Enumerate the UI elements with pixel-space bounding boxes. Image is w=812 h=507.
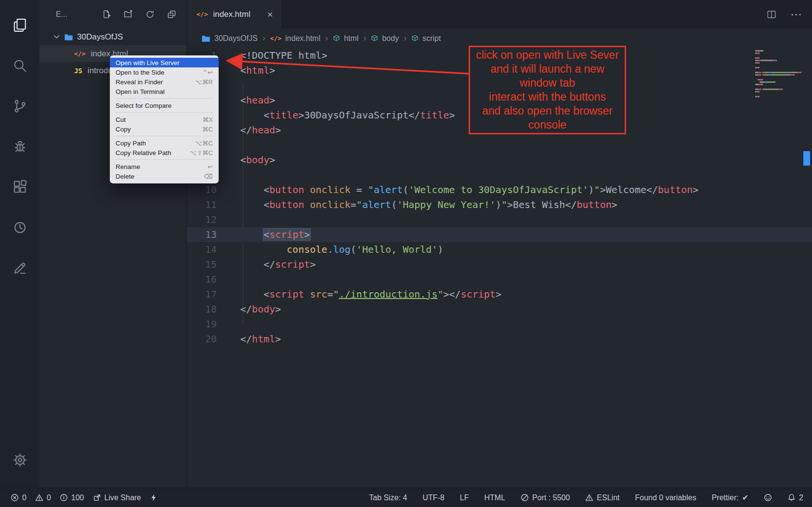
breadcrumb-separator: › <box>363 33 366 43</box>
split-editor-icon[interactable] <box>766 9 777 20</box>
settings-gear-icon <box>12 452 28 468</box>
html-file-icon: </> <box>74 50 85 57</box>
code-line[interactable]: 8<body> <box>187 153 812 168</box>
search-icon <box>12 58 28 74</box>
chevron-down-icon <box>53 33 60 40</box>
debug-icon <box>12 139 28 155</box>
smiley-icon <box>764 494 772 502</box>
menu-item-copy-relative-path[interactable]: Copy Relative Path⌥⇧⌘C <box>110 148 219 157</box>
status-variables[interactable]: Found 0 variables <box>635 494 696 502</box>
breadcrumb-item-file[interactable]: </> index.html <box>270 34 320 43</box>
breadcrumb-item-script[interactable]: script <box>411 34 441 43</box>
breadcrumb-item-html[interactable]: html <box>333 34 358 43</box>
folder-icon <box>201 34 210 42</box>
status-encoding[interactable]: UTF-8 <box>423 494 445 502</box>
breadcrumb: 30DaysOfJS › </> index.html › html › bod… <box>187 28 812 48</box>
breadcrumb-separator: › <box>404 33 406 43</box>
code-line[interactable]: 7 <box>187 138 812 153</box>
status-tab-size[interactable]: Tab Size: 4 <box>369 494 407 502</box>
pencil-edit-icon <box>12 260 28 276</box>
status-live-share[interactable]: Live Share <box>93 494 142 502</box>
menu-item-delete[interactable]: Delete⌫ <box>110 171 219 181</box>
status-prettier[interactable]: Prettier: ✔ <box>712 493 748 502</box>
code-line[interactable]: 10 <button onclick = "alert('Welcome to … <box>187 182 812 197</box>
status-eol[interactable]: LF <box>460 494 469 502</box>
status-notifications[interactable]: 2 <box>787 494 803 502</box>
activity-feedback[interactable] <box>0 247 39 288</box>
activity-search[interactable] <box>0 45 39 86</box>
code-line[interactable]: 19 <box>187 317 812 332</box>
code-line[interactable]: 15 </script> <box>187 257 812 272</box>
menu-item-open-in-terminal[interactable]: Open in Terminal <box>110 87 219 96</box>
tree-item-project[interactable]: 30DaysOfJS <box>39 28 186 45</box>
history-clock-icon <box>12 220 28 235</box>
activity-source-control[interactable] <box>0 86 39 126</box>
code-line[interactable]: 20</html> <box>187 332 812 347</box>
code-line[interactable]: 17 <script src="./introduction.js"></scr… <box>187 287 812 302</box>
status-lightning[interactable] <box>150 494 158 502</box>
menu-item-copy-path[interactable]: Copy Path⌥⌘C <box>110 138 219 148</box>
bell-icon <box>787 494 796 502</box>
menu-item-open-to-the-side[interactable]: Open to the Side⌃↩ <box>110 67 219 77</box>
menu-item-reveal-in-finder[interactable]: Reveal in Finder⌥⌘R <box>110 77 219 87</box>
menu-item-rename[interactable]: Rename↩ <box>110 162 219 171</box>
check-icon: ✔ <box>742 493 748 502</box>
activity-extensions[interactable] <box>0 167 39 207</box>
refresh-icon[interactable] <box>145 9 155 19</box>
collapse-all-icon[interactable] <box>167 9 177 19</box>
status-errors[interactable]: 0 <box>11 494 26 502</box>
activity-settings[interactable] <box>0 440 39 480</box>
menu-separator <box>115 136 213 136</box>
close-icon[interactable]: × <box>267 10 273 19</box>
code-line[interactable]: 13 <script> <box>187 227 812 242</box>
activity-run-debug[interactable] <box>0 126 39 167</box>
menu-item-select-for-compare[interactable]: Select for Compare <box>110 101 219 110</box>
breadcrumb-item-project[interactable]: 30DaysOfJS <box>201 34 258 43</box>
warning-triangle-icon <box>35 494 43 502</box>
status-warnings[interactable]: 0 <box>35 494 51 502</box>
annotation-text: click on open with Live Severand it will… <box>470 48 625 132</box>
menu-separator <box>115 98 213 99</box>
error-circle-icon <box>11 494 19 502</box>
js-file-icon: JS <box>74 67 82 75</box>
symbol-cube-icon <box>333 35 340 42</box>
breadcrumb-separator: › <box>262 33 265 43</box>
explorer-header: E... <box>39 0 186 28</box>
menu-item-cut[interactable]: Cut⌘X <box>110 115 219 124</box>
new-folder-icon[interactable] <box>123 9 133 19</box>
breadcrumb-separator: › <box>325 33 328 43</box>
status-bar: 0 0 100 Live Share Tab Size: 4 UTF-8 LF … <box>0 488 812 507</box>
code-line[interactable]: 18</body> <box>187 302 812 317</box>
annotation-box: click on open with Live Severand it will… <box>469 46 626 134</box>
lightning-icon <box>150 494 158 502</box>
code-line[interactable]: 14 console.log('Hello, World') <box>187 242 812 257</box>
activity-bar <box>0 0 39 488</box>
extensions-icon <box>12 179 28 195</box>
code-line[interactable]: 11 <button onclick="alert('Happy New Yea… <box>187 197 812 212</box>
activity-explorer[interactable] <box>0 5 39 45</box>
html-file-icon: </> <box>270 35 281 42</box>
status-language[interactable]: HTML <box>485 494 506 502</box>
tab-index-html[interactable]: </> index.html × <box>187 0 282 28</box>
code-line[interactable]: 9 <box>187 168 812 182</box>
info-circle-icon <box>60 494 68 502</box>
breadcrumb-item-body[interactable]: body <box>371 34 399 43</box>
menu-separator <box>115 159 213 160</box>
context-menu: Open with Live ServerOpen to the Side⌃↩R… <box>110 55 219 183</box>
minimap[interactable] <box>755 50 801 98</box>
code-line[interactable]: 12 <box>187 212 812 227</box>
menu-item-open-with-live-server[interactable]: Open with Live Server <box>110 58 219 67</box>
code-line[interactable]: 16 <box>187 272 812 287</box>
overview-ruler-marker[interactable] <box>803 151 810 166</box>
more-actions-icon[interactable]: ⋯ <box>790 9 802 20</box>
activity-history[interactable] <box>0 207 39 247</box>
status-port[interactable]: Port : 5500 <box>521 494 570 502</box>
status-eslint[interactable]: ESLint <box>585 494 619 502</box>
status-info-count[interactable]: 100 <box>60 494 84 502</box>
explorer-title: E... <box>56 10 102 19</box>
project-name: 30DaysOfJS <box>77 32 123 42</box>
tab-bar: </> index.html × ⋯ <box>187 0 812 28</box>
menu-item-copy[interactable]: Copy⌘C <box>110 124 219 134</box>
new-file-icon[interactable] <box>102 9 112 19</box>
status-feedback-smiley[interactable] <box>764 494 772 502</box>
